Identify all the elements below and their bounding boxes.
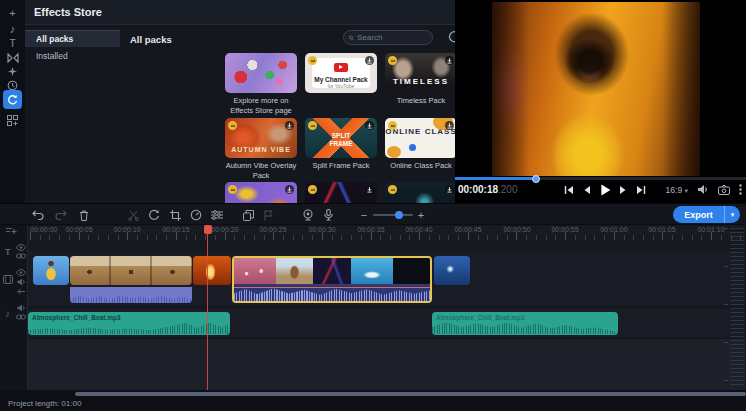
title-track-icon: T <box>5 247 11 257</box>
import-media-icon[interactable]: + <box>0 5 25 21</box>
catalog-icon[interactable] <box>0 112 25 128</box>
search-input[interactable] <box>357 33 427 42</box>
nav-all-packs[interactable]: All packs <box>25 30 120 47</box>
audio-clip-2[interactable]: Atmosphere_Chill_Beat.mp3 <box>432 312 618 335</box>
prev-frame-icon[interactable] <box>581 183 593 197</box>
next-frame-icon[interactable] <box>617 183 629 197</box>
marker-flag-icon[interactable] <box>260 207 276 223</box>
store-nav: All packs Installed <box>25 25 120 203</box>
effects-store-panel: Effects Store All packs Installed All pa… <box>25 0 455 203</box>
search-box[interactable] <box>343 30 433 45</box>
preview-panel: 00:00:18.200 16:9 ▾ <box>455 0 746 203</box>
preview-options: 16:9 ▾ <box>666 184 742 195</box>
aspect-ratio-select[interactable]: 16:9 ▾ <box>666 185 688 195</box>
empty-track-area <box>28 339 746 390</box>
webcam-icon[interactable] <box>300 207 316 223</box>
nav-installed[interactable]: Installed <box>25 48 120 65</box>
pack-tile-lets-play[interactable]: Let's Play <box>305 182 377 203</box>
playhead-handle[interactable] <box>204 225 212 234</box>
timeline-ruler[interactable]: 00:00:00 00:00:05 00:00:10 00:00:15 00:0… <box>28 225 746 240</box>
skip-end-icon[interactable] <box>635 183 647 197</box>
download-icon[interactable] <box>365 56 374 65</box>
color-adjustments-icon[interactable] <box>209 207 225 223</box>
download-icon[interactable] <box>445 121 454 130</box>
download-icon[interactable] <box>365 185 374 194</box>
video-clip-5[interactable] <box>434 256 470 285</box>
pack-caption: Split Frame Pack <box>300 161 382 171</box>
pack-tile-explore[interactable] <box>225 53 297 93</box>
music-icon[interactable]: ♪ <box>0 21 25 37</box>
track-visibility-icon[interactable] <box>16 269 26 276</box>
pack-tile-split-frame[interactable]: SPLIT FRAME <box>305 118 377 158</box>
undo-icon[interactable] <box>30 207 46 223</box>
premium-crown-icon <box>228 185 237 194</box>
premium-crown-icon <box>388 56 397 65</box>
playback-timecode: 00:00:18.200 <box>458 184 518 195</box>
pack-tile-online-class[interactable]: ONLINE CLASS <box>385 118 455 158</box>
more-options-icon[interactable] <box>739 184 742 195</box>
download-icon[interactable] <box>285 121 294 130</box>
track-visibility-icon[interactable] <box>16 244 26 251</box>
export-options-chevron[interactable]: ▾ <box>724 206 740 223</box>
pack-tile-partial-1[interactable] <box>225 182 297 203</box>
timeline-horizontal-scrollbar[interactable] <box>75 392 746 396</box>
video-track-icon <box>3 275 13 284</box>
video-clip-1[interactable] <box>33 256 69 285</box>
playhead-line[interactable] <box>207 227 208 390</box>
track-link-icon[interactable] <box>16 314 26 320</box>
track-arrow-icon[interactable] <box>17 288 26 295</box>
pack-caption: Timeless Pack <box>380 96 455 106</box>
search-icon <box>349 34 354 42</box>
volume-envelope[interactable] <box>234 287 430 288</box>
track-link-icon[interactable] <box>16 253 26 259</box>
audio-track-icon: ♪ <box>5 309 10 319</box>
pack-caption: Explore more onEffects Store page <box>220 96 302 116</box>
video-clip-2[interactable] <box>70 256 192 285</box>
delete-icon[interactable] <box>76 207 92 223</box>
effects-store-icon[interactable] <box>3 90 22 109</box>
audio-clip-1[interactable]: Atmosphere_Chill_Beat.mp3 <box>28 312 230 335</box>
volume-icon[interactable] <box>697 184 709 195</box>
zoom-slider-handle[interactable] <box>395 211 403 219</box>
section-title: All packs <box>130 34 172 45</box>
edit-toolbar: − + Export ▾ <box>0 203 746 225</box>
seek-bar[interactable] <box>455 177 746 180</box>
zoom-in-icon[interactable]: + <box>413 207 429 223</box>
play-icon[interactable] <box>599 183 611 197</box>
download-icon[interactable] <box>445 185 454 194</box>
clip-speed-icon[interactable] <box>188 207 204 223</box>
refresh-icon[interactable] <box>446 29 455 45</box>
record-audio-icon[interactable] <box>320 207 336 223</box>
timeline-zoom-slider[interactable] <box>373 214 413 216</box>
video-clip-selected[interactable] <box>232 256 432 303</box>
premium-crown-icon <box>308 56 317 65</box>
premium-crown-icon <box>388 121 397 130</box>
overlay-copy-icon[interactable] <box>240 207 256 223</box>
timeline: T ♪ 00:00:00 00:00:05 00:00:10 00:00:15 … <box>0 225 746 390</box>
video-clip-3[interactable] <box>193 256 231 285</box>
seek-progress <box>455 177 536 180</box>
premium-crown-icon <box>388 185 397 194</box>
track-mute-icon[interactable] <box>17 304 26 312</box>
pack-tile-my-channel[interactable]: My Channel Pack for YouTube <box>305 53 377 93</box>
add-track-icon[interactable] <box>6 227 17 236</box>
pack-tile-partial-2[interactable] <box>385 182 455 203</box>
skip-start-icon[interactable] <box>563 183 575 197</box>
video-preview[interactable] <box>492 2 700 176</box>
split-scissors-icon[interactable] <box>125 207 141 223</box>
snapshot-icon[interactable] <box>718 185 730 195</box>
export-button[interactable]: Export ▾ <box>673 206 740 223</box>
pack-tile-autumn-vibe[interactable]: AUTUMN VIBE <box>225 118 297 158</box>
redo-icon[interactable] <box>53 207 69 223</box>
track-mute-icon[interactable] <box>17 278 26 286</box>
premium-crown-icon <box>308 185 317 194</box>
zoom-out-icon[interactable]: − <box>356 207 372 223</box>
download-icon[interactable] <box>445 56 454 65</box>
linked-audio-band[interactable] <box>70 287 192 303</box>
download-icon[interactable] <box>285 185 294 194</box>
rotate-icon[interactable] <box>146 207 162 223</box>
store-content: All packs Explore more onEffects Store p… <box>120 25 455 203</box>
download-icon[interactable] <box>365 121 374 130</box>
crop-icon[interactable] <box>167 207 183 223</box>
pack-tile-timeless[interactable]: TIMELESS <box>385 53 455 93</box>
